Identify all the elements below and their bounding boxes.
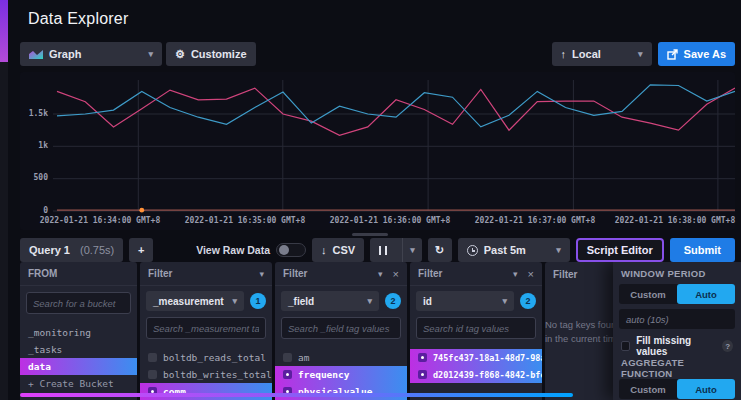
csv-download-button[interactable]: ↓ CSV [312,238,364,262]
list-item[interactable]: boltdb_reads_total [140,349,272,366]
x-tick-label: 2022-01-21 16:35:00 GMT+8 [180,216,310,225]
id-search-input[interactable] [416,317,536,339]
chevron-down-icon: ▾ [232,296,237,306]
bucket-label: _monitoring [28,327,91,338]
horizontal-scrollbar[interactable] [20,393,573,397]
chevron-down-icon: ▾ [148,49,153,59]
close-icon[interactable]: × [393,268,399,280]
checkbox[interactable] [148,370,157,379]
submit-button[interactable]: Submit [670,238,735,262]
checkbox[interactable] [283,353,292,362]
filter-header-label: Filter [418,268,442,279]
list-item-selected[interactable]: 745fc437-18a1-48d7-98a6-7.. [410,349,542,366]
bucket-item[interactable]: _monitoring [20,324,137,341]
chart-svg [53,78,735,218]
custom-option[interactable]: Custom [619,284,677,304]
toggle-knob [279,245,289,255]
view-raw-data-label: View Raw Data [196,244,270,256]
close-icon[interactable]: × [528,268,534,280]
list-item-selected[interactable]: physicalvalue [275,383,407,400]
auto-option[interactable]: Auto [677,284,735,304]
id-list: 745fc437-18a1-48d7-98a6-7.. d2012439-f86… [410,349,542,383]
measurement-search-input[interactable] [146,317,266,339]
filter-panel-header: Filter ▾ [140,262,272,286]
x-tick-label: 2022-01-21 16:38:00 GMT+8 [610,216,740,225]
filter-panel-measurement: Filter ▾ _measurement ▾ 1 boltdb_reads_t… [140,262,272,400]
export-icon [667,49,678,60]
list-item-selected[interactable]: d2012439-f868-4842-bfef-8.. [410,366,542,383]
query-toolbar: Query 1 (0.75s) + View Raw Data ↓ CSV ▾ … [20,238,735,262]
options-panel: WINDOW PERIOD Custom Auto auto (10s) Fil… [613,262,741,400]
value-label: frequency [298,369,349,380]
filter-panel-header: Filter [545,262,615,286]
clock-icon [467,245,478,256]
refresh-button[interactable]: ↻ [428,238,452,262]
bucket-item[interactable]: _tasks [20,341,137,358]
field-search-input[interactable] [281,317,401,339]
view-toolbar: Graph ▾ ⚙ Customize [20,42,256,66]
resize-drag-handle[interactable] [352,233,388,236]
checkbox[interactable] [148,353,157,362]
local-dropdown[interactable]: ↑ Local ▾ [552,42,652,66]
filter-key-row: _field ▾ 2 [275,286,407,311]
page-title: Data Explorer [28,10,128,28]
add-query-button[interactable]: + [129,238,153,262]
filter-key-label: _measurement [153,296,224,307]
filter-key-dropdown[interactable]: id ▾ [416,291,514,311]
filter-key-dropdown[interactable]: _field ▾ [281,291,379,311]
chevron-down-icon: ▾ [638,49,643,59]
auto-option[interactable]: Auto [677,379,735,399]
list-item-selected[interactable]: comm [140,383,272,400]
create-bucket-button[interactable]: + Create Bucket [20,375,137,392]
x-tick-label: 2022-01-21 16:37:00 GMT+8 [470,216,600,225]
aggregate-header: AGGREGATE FUNCTION [613,357,741,379]
pause-button-group[interactable]: ▾ [370,238,422,262]
save-as-button[interactable]: Save As [658,42,735,66]
filter-panel-field: Filter ▾ × _field ▾ 2 am frequency physi… [275,262,407,400]
query-tab[interactable]: Query 1 (0.75s) [20,238,123,262]
x-tick-label: 2022-01-21 16:36:00 GMT+8 [325,216,455,225]
list-item[interactable]: am [275,349,407,366]
help-icon[interactable]: ? [722,340,733,352]
chevron-down-icon[interactable]: ▾ [259,269,264,279]
custom-option[interactable]: Custom [619,379,677,399]
pause-icon[interactable] [370,238,396,262]
bucket-search-input[interactable] [26,292,131,314]
y-tick-label: 1k [22,141,48,150]
chevron-down-icon[interactable]: ▾ [378,269,383,279]
chevron-down-icon[interactable]: ▾ [402,238,422,262]
script-editor-button[interactable]: Script Editor [576,238,664,262]
y-tick-label: 1.5k [22,109,48,118]
chevron-down-icon[interactable]: ▾ [513,269,518,279]
checkbox[interactable] [283,370,292,379]
fill-missing-checkbox[interactable] [621,341,630,351]
query-duration: (0.75s) [80,244,114,256]
view-type-dropdown[interactable]: Graph ▾ [20,42,162,66]
value-label: am [298,352,309,363]
list-item-selected[interactable]: frequency [275,366,407,383]
view-type-label: Graph [49,48,81,60]
chevron-down-icon: ▾ [502,296,507,306]
checkbox[interactable] [418,353,427,362]
list-item[interactable]: boltdb_writes_total [140,366,272,383]
value-label: boltdb_reads_total [163,352,266,363]
fill-missing-row: Fill missing values ? [613,335,741,357]
from-panel: FROM _monitoring _tasks data + Create Bu… [20,262,137,400]
filter-panel-header: Filter ▾ × [275,262,407,286]
filter-key-dropdown[interactable]: _measurement ▾ [146,291,244,311]
nav-active-accent [0,0,8,62]
selected-count-badge: 2 [385,293,401,309]
bucket-item-selected[interactable]: data [20,358,137,375]
left-nav-rail [0,0,8,400]
chevron-down-icon: ▾ [367,296,372,306]
checkbox[interactable] [418,370,427,379]
view-raw-data-toggle[interactable] [276,243,306,257]
csv-label: CSV [333,244,356,256]
save-as-label: Save As [684,48,726,60]
empty-filter-message: No tag keys found in the current time ra… [545,318,615,346]
filter-header-label: Filter [553,269,577,280]
refresh-icon: ↻ [435,244,444,257]
customize-button[interactable]: ⚙ Customize [166,42,256,66]
create-bucket-label: + Create Bucket [28,378,114,389]
time-range-dropdown[interactable]: Past 5m ▾ [458,238,570,262]
